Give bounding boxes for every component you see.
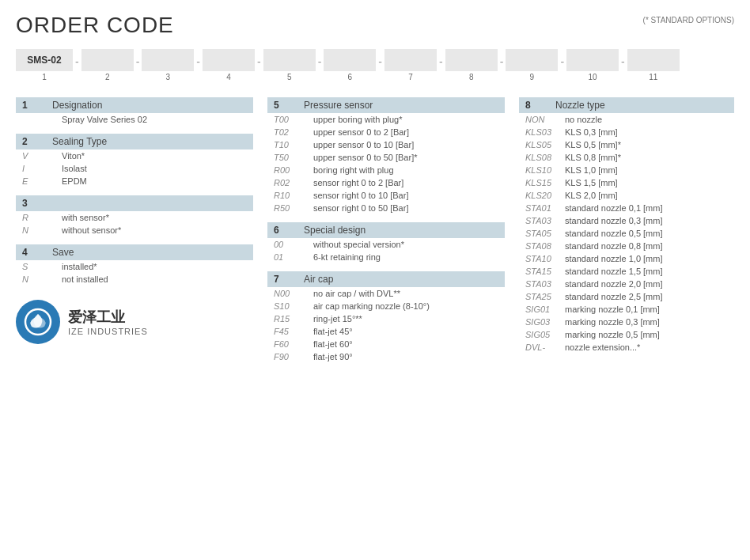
section-row: STA01standard nozzle 0,1 [mm] — [519, 202, 734, 214]
dash-8: - — [437, 55, 445, 76]
row-code: N — [22, 274, 62, 284]
section-header-8: 8Nozzle type — [519, 97, 734, 113]
row-desc: nozzle extension...* — [565, 342, 640, 352]
row-code: R — [22, 213, 62, 222]
row-desc: flat-jet 45° — [313, 327, 353, 336]
row-desc: 6-kt retaining ring — [313, 252, 381, 262]
section-header-3: 3 — [16, 195, 253, 211]
row-desc: EPDM — [62, 176, 87, 186]
row-code: R10 — [274, 191, 313, 200]
row-code: SIG05 — [525, 330, 565, 339]
code-box-2 — [81, 49, 134, 71]
section-row: KLS08KLS 0,8 [mm]* — [519, 151, 734, 164]
row-code: F90 — [274, 352, 313, 361]
row-desc: KLS 1,5 [mm] — [565, 178, 618, 187]
section-7: 7Air capN00no air cap / with DVL**S10air… — [267, 271, 505, 363]
row-code: R15 — [274, 314, 313, 324]
section-row: R02sensor right 0 to 2 [Bar] — [267, 176, 505, 189]
code-num-2: 2 — [105, 73, 110, 81]
section-header-7: 7Air cap — [267, 271, 505, 287]
code-box-8 — [445, 49, 498, 71]
row-code: T00 — [274, 115, 313, 124]
row-desc: without special version* — [313, 240, 404, 249]
section-row: S10air cap marking nozzle (8-10°) — [267, 300, 505, 312]
section-row: KLS15KLS 1,5 [mm] — [519, 176, 734, 189]
code-cell-2: 2 — [81, 49, 134, 81]
section-title-7: Air cap — [304, 274, 333, 285]
section-6: 6Special design00without special version… — [267, 222, 505, 263]
section-header-2: 2Sealing Type — [16, 134, 253, 149]
section-row: NONno nozzle — [519, 113, 734, 126]
code-num-3: 3 — [166, 73, 171, 81]
dash-5: - — [255, 55, 263, 76]
section-header-1: 1Designation — [16, 97, 253, 113]
dash-9: - — [498, 55, 506, 76]
row-desc: Isolast — [62, 164, 87, 173]
section-row: T00upper boring with plug* — [267, 113, 505, 126]
row-desc: with sensor* — [62, 213, 109, 222]
section-num-2: 2 — [22, 136, 36, 147]
section-row: F60flat-jet 60° — [267, 338, 505, 350]
section-4: 4SaveSinstalled*Nnot installed — [16, 244, 253, 286]
dash-4: - — [194, 55, 203, 76]
row-desc: KLS 0,5 [mm]* — [565, 140, 621, 149]
code-cell-4: 4 — [203, 49, 255, 81]
row-code: N — [22, 225, 62, 235]
row-desc: sensor right 0 to 10 [Bar] — [313, 191, 408, 200]
row-code: 00 — [274, 240, 313, 249]
row-desc: standard nozzle 2,5 [mm] — [565, 292, 663, 301]
section-row: 016-kt retaining ring — [267, 251, 505, 263]
section-row: Rwith sensor* — [16, 211, 253, 224]
section-row: T10upper sensor 0 to 10 [Bar] — [267, 138, 505, 151]
row-code: T10 — [274, 140, 313, 149]
row-code: T50 — [274, 153, 313, 162]
code-num-9: 9 — [530, 73, 535, 81]
dash-7: - — [376, 55, 384, 76]
section-num-4: 4 — [22, 247, 36, 258]
code-num-10: 10 — [588, 73, 597, 81]
section-num-3: 3 — [22, 198, 36, 209]
row-desc: air cap marking nozzle (8-10°) — [313, 301, 430, 311]
section-row: R15ring-jet 15°** — [267, 312, 505, 325]
row-desc: standard nozzle 1,5 [mm] — [565, 267, 663, 276]
row-code: KLS10 — [525, 165, 565, 175]
code-row: SMS-02 1 -2-3-4-5-6-7-8-9-10-11 — [16, 49, 734, 81]
row-code: STA01 — [525, 203, 565, 213]
section-row: Spray Valve Series 02 — [16, 113, 253, 126]
row-code: R02 — [274, 178, 313, 187]
section-8: 8Nozzle typeNONno nozzleKLS03KLS 0,3 [mm… — [519, 97, 734, 354]
section-row: DVL-nozzle extension...* — [519, 341, 734, 354]
row-desc: standard nozzle 0,3 [mm] — [565, 216, 663, 225]
code-box-5 — [263, 49, 316, 71]
section-row: Nnot installed — [16, 273, 253, 286]
code-box-3 — [142, 49, 194, 71]
row-desc: standard nozzle 2,0 [mm] — [565, 279, 663, 289]
section-row: STA08standard nozzle 0,8 [mm] — [519, 240, 734, 252]
row-code: STA03 — [525, 216, 565, 225]
dash-6: - — [316, 55, 324, 76]
row-desc: KLS 0,3 [mm] — [565, 127, 618, 137]
row-desc: boring right with plug — [313, 165, 394, 175]
section-row: VViton* — [16, 149, 253, 162]
dash-10: - — [558, 55, 566, 76]
row-code: R00 — [274, 165, 313, 175]
row-code: R50 — [274, 203, 313, 213]
row-code: STA15 — [525, 267, 565, 276]
row-desc: KLS 1,0 [mm] — [565, 165, 618, 175]
row-desc: installed* — [62, 262, 97, 271]
code-num-6: 6 — [348, 73, 353, 81]
row-desc: upper boring with plug* — [313, 115, 403, 124]
row-code: STA05 — [525, 229, 565, 238]
section-num-1: 1 — [22, 100, 36, 111]
row-desc: no air cap / with DVL** — [313, 289, 400, 298]
section-row: R50sensor right 0 to 50 [Bar] — [267, 202, 505, 214]
row-code: DVL- — [525, 342, 565, 352]
code-cell-10: 10 — [566, 49, 619, 81]
row-code: SIG01 — [525, 305, 565, 314]
row-desc: sensor right 0 to 50 [Bar] — [313, 203, 408, 213]
section-3: 3Rwith sensor*Nwithout sensor* — [16, 195, 253, 236]
logo-area: 爱泽工业IZE INDUSTRIES — [16, 300, 253, 344]
section-5: 5Pressure sensorT00upper boring with plu… — [267, 97, 505, 214]
header: ORDER CODE (* STANDARD OPTIONS) — [16, 13, 734, 38]
section-row: KLS10KLS 1,0 [mm] — [519, 164, 734, 176]
